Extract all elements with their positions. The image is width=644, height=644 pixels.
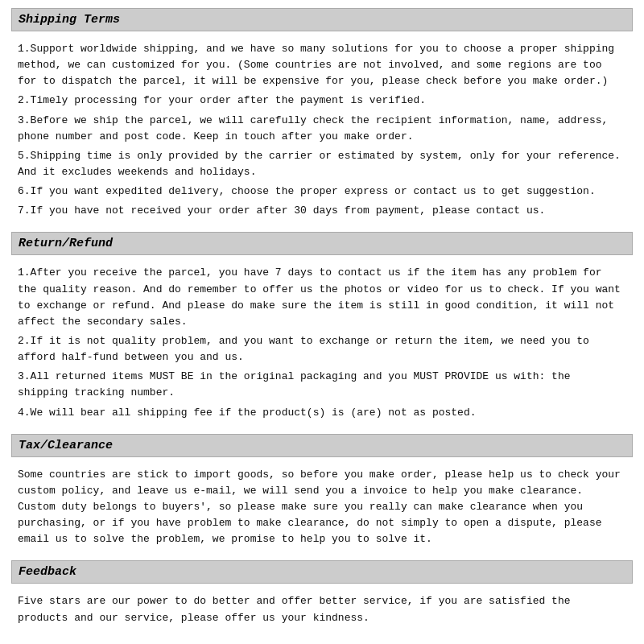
paragraph-feedback-0: Five stars are our power to do better an…	[18, 593, 626, 625]
section-tax-clearance: Tax/ClearanceSome countries are stick to…	[11, 434, 633, 561]
section-body-shipping-terms: 1.Support worldwide shipping, and we hav…	[11, 38, 633, 232]
paragraph-shipping-terms-5: 7.If you have not received your order af…	[18, 203, 626, 219]
section-return-refund: Return/Refund1.After you receive the par…	[11, 232, 633, 433]
paragraph-return-refund-3: 4.We will bear all shipping fee if the p…	[18, 405, 626, 421]
paragraph-shipping-terms-0: 1.Support worldwide shipping, and we hav…	[18, 41, 626, 89]
paragraph-shipping-terms-4: 6.If you want expedited delivery, choose…	[18, 184, 626, 200]
section-title-shipping-terms: Shipping Terms	[19, 13, 625, 27]
section-body-return-refund: 1.After you receive the parcel, you have…	[11, 262, 633, 433]
paragraph-shipping-terms-3: 5.Shipping time is only provided by the …	[18, 148, 626, 180]
paragraph-return-refund-1: 2.If it is not quality problem, and you …	[18, 333, 626, 365]
section-header-shipping-terms: Shipping Terms	[11, 8, 633, 31]
section-body-tax-clearance: Some countries are stick to import goods…	[11, 464, 633, 561]
paragraph-return-refund-0: 1.After you receive the parcel, you have…	[18, 265, 626, 330]
paragraph-tax-clearance-0: Some countries are stick to import goods…	[18, 467, 626, 548]
section-body-feedback: Five stars are our power to do better an…	[11, 590, 633, 638]
section-feedback: FeedbackFive stars are our power to do b…	[11, 560, 633, 638]
section-shipping-terms: Shipping Terms1.Support worldwide shippi…	[11, 8, 633, 232]
section-title-tax-clearance: Tax/Clearance	[19, 439, 625, 452]
paragraph-return-refund-2: 3.All returned items MUST BE in the orig…	[18, 369, 626, 401]
section-header-return-refund: Return/Refund	[11, 232, 633, 255]
page-container: Shipping Terms1.Support worldwide shippi…	[0, 0, 644, 644]
paragraph-shipping-terms-1: 2.Timely processing for your order after…	[18, 93, 626, 109]
section-title-return-refund: Return/Refund	[19, 237, 625, 250]
paragraph-shipping-terms-2: 3.Before we ship the parcel, we will car…	[18, 113, 626, 145]
section-header-feedback: Feedback	[11, 560, 633, 584]
section-title-feedback: Feedback	[19, 565, 625, 579]
section-header-tax-clearance: Tax/Clearance	[11, 434, 633, 457]
